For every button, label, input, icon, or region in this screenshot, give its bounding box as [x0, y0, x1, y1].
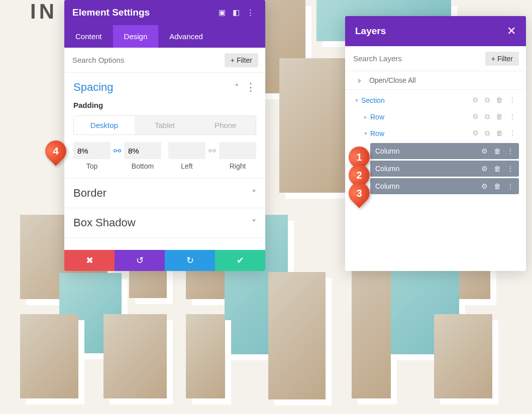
gear-icon[interactable]: ⚙ — [472, 96, 479, 104]
device-desktop[interactable]: Desktop — [74, 116, 135, 134]
redo-button[interactable]: ↻ — [165, 250, 215, 271]
more-icon[interactable]: ⋮ — [507, 165, 514, 173]
more-icon[interactable]: ⋮ — [507, 182, 514, 190]
border-title: Border — [73, 187, 252, 200]
element-settings-panel: Element Settings ▣ ◧ ⋮ Content Design Ad… — [64, 0, 265, 271]
duplicate-icon[interactable]: ⧉ — [485, 112, 490, 121]
bg-image — [103, 314, 167, 398]
gear-icon[interactable]: ⚙ — [481, 165, 488, 173]
link-left-right-icon[interactable]: ⚯ — [208, 146, 216, 157]
expand-icon[interactable]: ▸ — [361, 113, 370, 120]
spacing-header[interactable]: Spacing ⋮ — [73, 81, 256, 94]
chevron-up-icon — [235, 81, 239, 94]
device-tablet[interactable]: Tablet — [135, 116, 195, 134]
layer-label[interactable]: Row — [370, 113, 472, 121]
bg-image — [20, 314, 78, 398]
trash-icon[interactable]: 🗑 — [496, 112, 503, 121]
padding-left-input[interactable] — [168, 142, 205, 159]
padding-bottom-label: Bottom — [132, 162, 154, 170]
more-icon[interactable]: ⋮ — [509, 112, 516, 121]
trash-icon[interactable]: 🗑 — [494, 165, 501, 173]
padding-bottom-input[interactable] — [124, 142, 161, 159]
more-icon[interactable]: ⋮ — [507, 147, 514, 155]
border-header[interactable]: Border — [73, 187, 256, 200]
gear-icon[interactable]: ⚙ — [481, 147, 488, 155]
border-section: Border — [64, 179, 265, 208]
gear-icon[interactable]: ⚙ — [472, 129, 479, 137]
layer-column[interactable]: Column ⚙ 🗑 ⋮ — [370, 161, 519, 177]
padding-grid: Top ⚯ Bottom Left ⚯ Right — [73, 142, 256, 170]
spacing-title: Spacing — [73, 81, 235, 94]
layer-label[interactable]: Column — [375, 182, 481, 190]
boxshadow-header[interactable]: Box Shadow — [73, 216, 256, 229]
trash-icon[interactable]: 🗑 — [496, 129, 503, 137]
more-icon[interactable]: ⋮ — [509, 129, 516, 137]
layers-title: Layers — [355, 26, 507, 37]
cancel-button[interactable]: ✖ — [64, 250, 115, 271]
layers-header: Layers ✕ — [345, 16, 526, 46]
boxshadow-title: Box Shadow — [73, 216, 252, 229]
open-close-all[interactable]: Open/Close All — [345, 71, 526, 90]
layer-label[interactable]: Column — [375, 165, 481, 173]
duplicate-icon[interactable]: ⧉ — [485, 129, 490, 137]
dock-icon[interactable]: ◧ — [229, 8, 243, 17]
gear-icon[interactable]: ⚙ — [472, 112, 479, 121]
layer-row[interactable]: ▾ Row ⚙ ⧉ 🗑 ⋮ — [352, 125, 519, 142]
link-top-bottom-icon[interactable]: ⚯ — [114, 146, 121, 157]
device-tabs: Desktop Tablet Phone — [73, 115, 256, 135]
layers-filter-button[interactable]: Filter — [485, 52, 519, 66]
settings-tabs: Content Design Advanced — [64, 25, 265, 48]
filter-button[interactable]: Filter — [225, 53, 258, 67]
layer-row[interactable]: ▸ Row ⚙ ⧉ 🗑 ⋮ — [352, 108, 519, 125]
layer-label[interactable]: Section — [361, 96, 472, 104]
bg-image — [186, 314, 225, 398]
expand-icon[interactable]: ▾ — [352, 97, 361, 104]
tab-advanced[interactable]: Advanced — [158, 25, 214, 48]
bg-image — [434, 314, 492, 398]
close-icon[interactable]: ✕ — [507, 25, 516, 38]
device-phone[interactable]: Phone — [195, 116, 256, 134]
padding-top-label: Top — [86, 162, 98, 170]
bg-image — [268, 272, 326, 399]
more-icon[interactable]: ⋮ — [509, 96, 516, 104]
open-close-label: Open/Close All — [369, 76, 416, 84]
settings-search-row: Filter — [64, 48, 265, 73]
padding-top-input[interactable] — [73, 142, 111, 159]
chevron-down-icon — [252, 187, 256, 200]
layers-search-row: Filter — [345, 46, 526, 71]
layer-section[interactable]: ▾ Section ⚙ ⧉ 🗑 ⋮ — [352, 92, 519, 108]
boxshadow-section: Box Shadow — [64, 208, 265, 238]
tab-content[interactable]: Content — [64, 25, 113, 48]
search-options-input[interactable] — [71, 53, 225, 67]
expand-icon[interactable]: ▾ — [361, 130, 370, 137]
spacing-section: Spacing ⋮ Padding Desktop Tablet Phone T… — [64, 73, 265, 179]
layer-list: ▾ Section ⚙ ⧉ 🗑 ⋮ ▸ Row ⚙ ⧉ 🗑 ⋮ ▾ Row ⚙ — [345, 90, 526, 198]
triangle-right-icon — [358, 78, 361, 83]
search-layers-input[interactable] — [352, 51, 485, 66]
layer-column[interactable]: Column ⚙ 🗑 ⋮ — [370, 143, 519, 159]
focus-icon[interactable]: ▣ — [215, 8, 229, 17]
menu-icon[interactable]: ⋮ — [243, 8, 257, 17]
settings-title: Element Settings — [72, 7, 215, 18]
layer-label[interactable]: Row — [370, 129, 472, 137]
tab-design[interactable]: Design — [113, 25, 159, 48]
trash-icon[interactable]: 🗑 — [494, 182, 501, 190]
chevron-down-icon — [252, 216, 256, 229]
padding-right-input[interactable] — [219, 142, 256, 159]
confirm-button[interactable]: ✔ — [215, 250, 265, 271]
layers-panel: Layers ✕ Filter Open/Close All ▾ Section… — [345, 16, 526, 271]
gear-icon[interactable]: ⚙ — [481, 182, 488, 190]
padding-right-label: Right — [230, 162, 246, 170]
settings-header: Element Settings ▣ ◧ ⋮ — [64, 0, 265, 25]
undo-button[interactable]: ↺ — [115, 250, 165, 271]
duplicate-icon[interactable]: ⧉ — [485, 96, 490, 104]
padding-label: Padding — [73, 101, 256, 109]
layer-label[interactable]: Column — [375, 147, 481, 155]
settings-footer: ✖ ↺ ↻ ✔ — [64, 250, 265, 271]
trash-icon[interactable]: 🗑 — [494, 147, 501, 155]
trash-icon[interactable]: 🗑 — [496, 96, 503, 104]
layer-column[interactable]: Column ⚙ 🗑 ⋮ — [370, 178, 519, 194]
padding-left-label: Left — [181, 162, 192, 170]
spacing-menu-icon[interactable]: ⋮ — [245, 81, 256, 94]
